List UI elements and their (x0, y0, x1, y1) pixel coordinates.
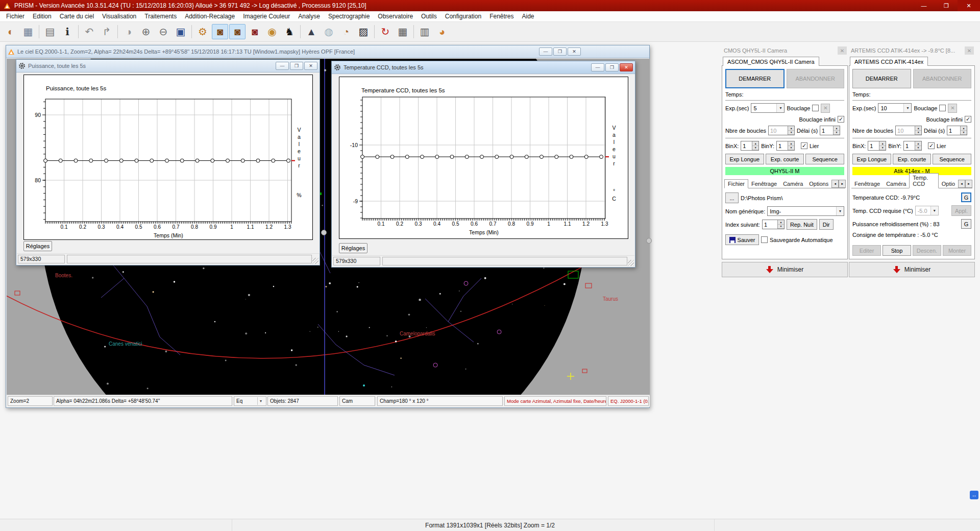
open-image-icon[interactable]: ◐ (3, 24, 19, 39)
maximize-button[interactable]: ❐ (935, 0, 958, 11)
atik-nbre-boucles-stepper[interactable]: 10▲▼ (895, 126, 922, 135)
temperature-reglages-button[interactable]: Réglages (339, 243, 368, 253)
atik-bouclage-checkbox[interactable] (939, 105, 946, 111)
info-icon[interactable]: ℹ (59, 24, 76, 39)
print-setup-icon[interactable]: ▤ (42, 24, 58, 39)
menu-item-imagerie-couleur[interactable]: Imagerie Couleur (239, 12, 294, 21)
temperature-minimize-button[interactable]: — (591, 63, 604, 71)
power-reglages-button[interactable]: Réglages (23, 241, 52, 251)
graph-power-button[interactable]: G (961, 219, 971, 229)
power-window-titlebar[interactable]: Puissance, toute les 5s — ❐ ✕ (16, 60, 320, 73)
camera-ccd-2-icon[interactable]: ◙ (229, 24, 246, 39)
camera-guide-icon[interactable]: ◙ (247, 24, 263, 39)
atik-delai-stepper[interactable]: 1▲▼ (947, 126, 967, 135)
menu-item-visualisation[interactable]: Visualisation (98, 12, 140, 21)
atik-close-icon[interactable]: ✕ (965, 46, 974, 55)
tab-options[interactable]: Options (806, 180, 831, 188)
monter-button[interactable]: Monter (943, 245, 971, 256)
atik-stop-loop-button[interactable]: ✕ (948, 104, 957, 113)
sky-status-segment-2[interactable]: Eq▾ (234, 396, 266, 406)
sauver-button[interactable]: Sauver (725, 234, 759, 245)
qhy5l-lier-checkbox[interactable]: ✓ (801, 142, 807, 149)
close-button[interactable]: ✕ (958, 0, 980, 11)
qhy5l-device-tab[interactable]: ASCOM_CMOS QHY5L-II Camera (723, 57, 819, 66)
qhy5l-sequence-button[interactable]: Sequence (805, 154, 844, 164)
power-close-button[interactable]: ✕ (304, 62, 317, 70)
qhy5l-bouclage-checkbox[interactable] (812, 105, 819, 111)
chart-window-edge-knob[interactable] (321, 230, 327, 235)
menu-item-edition[interactable]: Edition (29, 12, 56, 21)
qhy5l-nbre-boucles-stepper[interactable]: 10 ▲▼ (768, 126, 795, 135)
appliquer-button[interactable]: Appl. (951, 205, 971, 216)
qhy5l-exp-courte-button[interactable]: Exp. courte (766, 154, 804, 164)
sky-close-button[interactable]: ✕ (568, 47, 581, 56)
tab-cam-ra[interactable]: Caméra (883, 180, 909, 188)
atik-demarrer-button[interactable]: DEMARRER (852, 69, 911, 88)
image-display-icon[interactable]: ▣ (173, 24, 189, 39)
index-suivant-stepper[interactable]: 1▲▼ (762, 220, 785, 229)
autosave-checkbox[interactable] (761, 236, 768, 243)
qhy5l-demarrer-button[interactable]: DEMARRER (725, 69, 785, 88)
star-globe-icon[interactable]: ◍ (321, 24, 337, 39)
atik-exposure-select[interactable]: 10▾ (878, 103, 912, 113)
tab-fen-trage[interactable]: Fenêtrage (748, 180, 780, 188)
camera-ccd-icon[interactable]: ◙ (212, 24, 228, 39)
tab-scroll-right-icon[interactable]: ▸ (839, 180, 846, 188)
resize-grip[interactable] (628, 260, 634, 266)
lens-barrel-icon[interactable]: ◉ (264, 24, 280, 39)
temperature-close-button[interactable]: ✕ (620, 63, 633, 71)
menu-item-addition-recalage[interactable]: Addition-Recalage (181, 12, 239, 21)
qhy5l-exp-longue-button[interactable]: Exp Longue (725, 154, 764, 164)
menu-item-configuration[interactable]: Configuration (441, 12, 485, 21)
descen--button[interactable]: Descen. (913, 245, 941, 256)
temp-requise-select[interactable]: -5.0▾ (915, 206, 939, 215)
tab-fichier[interactable]: Fichier (724, 179, 748, 188)
sky-maximize-button[interactable]: ❐ (553, 47, 567, 56)
menu-item-traitements[interactable]: Traitements (140, 12, 181, 21)
menu-item-observatoire[interactable]: Observatoire (374, 12, 417, 21)
hand-gears-icon[interactable]: ⚙ (194, 24, 211, 39)
atik-exp-longue-button[interactable]: Exp Longue (852, 154, 891, 164)
temperature-window-titlebar[interactable]: Temperature CCD, toutes les 5s — ❐ ✕ (332, 61, 635, 74)
atik-bouclage-infini-checkbox[interactable]: ✓ (965, 116, 971, 123)
atik-biny-stepper[interactable]: 1▲▼ (903, 141, 922, 151)
dark-frame-icon[interactable]: ♞ (281, 24, 298, 39)
remote-access-icon[interactable]: ↔ (970, 491, 978, 499)
power-maximize-button[interactable]: ❐ (290, 62, 303, 70)
save-icon[interactable]: ▦ (20, 24, 36, 39)
wrench-sphere-icon[interactable]: ◔ (338, 24, 354, 39)
graph-temperature-button[interactable]: G (961, 192, 971, 202)
editer-button[interactable]: Editer (852, 245, 881, 256)
atik-lier-checkbox[interactable]: ✓ (928, 142, 935, 149)
red-rotate-icon[interactable]: ↻ (377, 24, 394, 39)
tab-temp-ccd[interactable]: Temp. CCD (909, 173, 938, 188)
menu-item-fen-tres[interactable]: Fenêtres (485, 12, 518, 21)
sky-window-titlebar[interactable]: Le ciel EQ.2000-1-1, Zoom=2, Alpha= 22h2… (6, 45, 649, 58)
grayscale-sphere-icon[interactable]: ◑ (120, 24, 137, 39)
tab-optio[interactable]: Optio (939, 180, 958, 188)
qhy5l-minimiser-button[interactable]: Minimiser (722, 262, 848, 277)
atik-panel-header[interactable]: ARTEMIS CCD ATIK-414ex -> -9.8°C [8... ✕ (849, 45, 975, 56)
atik-minimiser-button[interactable]: Minimiser (849, 262, 975, 277)
undo-arrow-icon[interactable]: ↶ (81, 24, 97, 39)
qhy5l-binx-stepper[interactable]: 1▲▼ (741, 141, 759, 151)
stop-button[interactable]: Stop (883, 245, 911, 256)
qhy5l-abandonner-button[interactable]: ABANDONNER (787, 69, 845, 88)
atik-device-tab[interactable]: ARTEMIS CCD ATIK-414ex (850, 57, 928, 66)
night-image-icon[interactable]: ▨ (355, 24, 372, 39)
menu-item-outils[interactable]: Outils (417, 12, 441, 21)
menu-item-spectrographie[interactable]: Spectrographie (324, 12, 374, 21)
rep-nuit-button[interactable]: Rep. Nuit (787, 219, 817, 230)
sky-window-edge-knob[interactable] (646, 238, 652, 244)
zoom-in-icon[interactable]: ⊕ (138, 24, 154, 39)
zoom-out-icon[interactable]: ⊖ (155, 24, 172, 39)
mountain-icon[interactable]: ▲ (303, 24, 320, 39)
grid-icon[interactable]: ▦ (395, 24, 411, 39)
menu-item-fichier[interactable]: Fichier (2, 12, 29, 21)
tab-scroll-right-icon[interactable]: ▸ (965, 180, 972, 188)
qhy5l-delai-stepper[interactable]: 1 ▲▼ (820, 126, 840, 135)
atik-sequence-button[interactable]: Sequence (933, 154, 971, 164)
tab-fen-trage[interactable]: Fenêtrage (851, 180, 883, 188)
qhy5l-close-icon[interactable]: ✕ (838, 46, 847, 55)
menu-item-analyse[interactable]: Analyse (294, 12, 324, 21)
